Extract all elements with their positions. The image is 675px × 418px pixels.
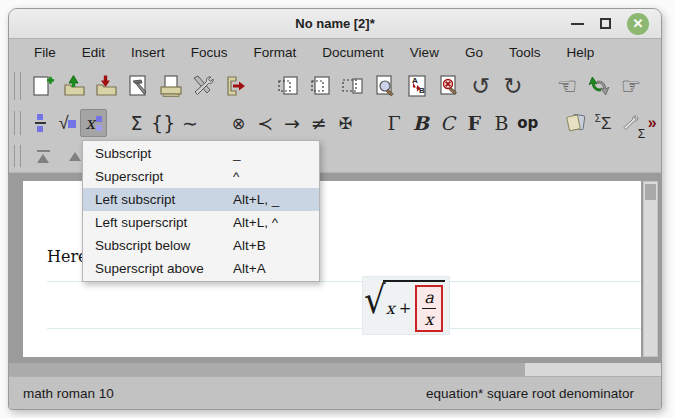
bold-letters-button[interactable]: B xyxy=(407,109,434,137)
symbol-table-button[interactable]: ΣΣ xyxy=(590,109,617,137)
variable-x[interactable]: x xyxy=(386,299,395,318)
title-bar[interactable]: No name [2]* ✕ xyxy=(9,9,661,39)
toolbar-drag-handle[interactable] xyxy=(14,72,21,100)
open-document-icon xyxy=(62,73,88,99)
menu-edit[interactable]: Edit xyxy=(69,42,118,63)
export-icon xyxy=(222,73,248,99)
plus-operator[interactable]: + xyxy=(399,299,412,317)
arrow-button[interactable]: → xyxy=(279,109,306,137)
math-toolbar: √ x Σ {} ∼ ⊗ ≺ → ≠ ✠ Γ B C F B op xyxy=(9,106,661,140)
shortcut-label: Alt+B xyxy=(233,238,307,253)
paste-icon xyxy=(340,73,366,99)
copy-button[interactable] xyxy=(305,70,337,102)
focus-first-button[interactable] xyxy=(27,140,59,172)
menu-document[interactable]: Document xyxy=(309,42,397,63)
misc-symbol-button[interactable]: ✠ xyxy=(332,109,359,137)
focused-fraction[interactable]: a x xyxy=(415,285,443,332)
fraktur-letters-button[interactable]: F xyxy=(461,109,488,137)
paste-button[interactable] xyxy=(337,70,369,102)
shortcut-label: _ xyxy=(233,146,307,161)
close-button[interactable]: ✕ xyxy=(627,13,649,35)
relation-button[interactable]: ≺ xyxy=(252,109,279,137)
shortcut-label: ^ xyxy=(233,169,307,184)
menu-item-superscript-above[interactable]: Superscript above Alt+A xyxy=(83,257,319,280)
scripts-button[interactable]: x xyxy=(80,109,107,137)
menu-item-left-superscript[interactable]: Left superscript Alt+L, ^ xyxy=(83,211,319,234)
spell-check-button[interactable] xyxy=(433,70,465,102)
navigate-back-button[interactable]: ☜ xyxy=(551,70,583,102)
cut-button[interactable] xyxy=(273,70,305,102)
horizontal-scrollbar[interactable] xyxy=(9,363,661,376)
radicand[interactable]: x + a x xyxy=(383,280,445,332)
menu-item-left-subscript[interactable]: Left subscript Alt+L, _ xyxy=(83,188,319,211)
menu-item-subscript[interactable]: Subscript _ xyxy=(83,142,319,165)
toolbar-drag-handle[interactable] xyxy=(14,111,21,135)
menu-focus[interactable]: Focus xyxy=(178,42,241,63)
texmacs-window: No name [2]* ✕ File Edit Insert Focus Fo… xyxy=(8,8,662,410)
triangle-up-icon xyxy=(69,152,81,161)
negation-button[interactable]: ≠ xyxy=(305,109,332,137)
menu-insert[interactable]: Insert xyxy=(118,42,178,63)
square-root-expression[interactable]: √ x + a x xyxy=(364,278,445,332)
print-icon xyxy=(158,73,184,99)
print-button[interactable] xyxy=(155,70,187,102)
replace-button[interactable]: A B xyxy=(401,70,433,102)
export-button[interactable] xyxy=(219,70,251,102)
open-document-button[interactable] xyxy=(59,70,91,102)
equation[interactable]: √ x + a x xyxy=(363,277,449,334)
sigma-index-icon: ΣΣ xyxy=(595,113,612,134)
calligraphic-letters-button[interactable]: C xyxy=(434,109,461,137)
menu-tools[interactable]: Tools xyxy=(496,42,554,63)
refresh-button[interactable] xyxy=(583,70,615,102)
not-equal-icon: ≠ xyxy=(311,112,327,134)
hammer-icon xyxy=(126,73,152,99)
undo-button[interactable]: ↺ xyxy=(465,70,497,102)
save-document-button[interactable] xyxy=(91,70,123,102)
binary-operator-button[interactable]: ⊗ xyxy=(225,109,252,137)
status-right: equation* square root denominator xyxy=(426,386,634,401)
status-bar: math roman 10 equation* square root deno… xyxy=(9,376,661,409)
navigate-forward-button[interactable]: ☞ xyxy=(615,70,647,102)
radical-sign: √ xyxy=(364,278,386,321)
horizontal-scrollbar-thumb[interactable] xyxy=(9,363,525,376)
status-left: math roman 10 xyxy=(23,386,114,401)
minimize-button[interactable] xyxy=(571,23,584,25)
preferences-button[interactable] xyxy=(187,70,219,102)
brackets-button[interactable]: {} xyxy=(150,109,177,137)
equation-block[interactable]: √ x + a x xyxy=(47,281,641,329)
scripts-dropdown-menu: Subscript _ Superscript ^ Left subscript… xyxy=(82,140,320,282)
square-root-button[interactable]: √ xyxy=(54,109,81,137)
vertical-scrollbar[interactable] xyxy=(643,181,658,357)
big-operator-button[interactable]: Σ xyxy=(123,109,150,137)
symbol-palette-button[interactable] xyxy=(563,109,590,137)
math-preferences-button[interactable]: Σ xyxy=(616,109,643,137)
fraction-denominator[interactable]: x xyxy=(425,309,434,329)
menu-view[interactable]: View xyxy=(397,42,452,63)
maximize-button[interactable] xyxy=(600,18,611,29)
search-icon xyxy=(372,73,398,99)
greek-letters-button[interactable]: Γ xyxy=(381,109,408,137)
toolbar-drag-handle[interactable] xyxy=(14,145,21,167)
vertical-scrollbar-thumb[interactable] xyxy=(645,184,656,200)
fraction-numerator[interactable]: a xyxy=(422,288,436,309)
redo-button[interactable]: ↻ xyxy=(497,70,529,102)
toolbar-overflow-button[interactable]: » xyxy=(643,109,661,137)
menu-go[interactable]: Go xyxy=(452,42,496,63)
menu-item-subscript-below[interactable]: Subscript below Alt+B xyxy=(83,234,319,257)
new-document-button[interactable] xyxy=(27,70,59,102)
replace-icon: A B xyxy=(404,73,430,99)
hand-pointing-right-icon: ☞ xyxy=(621,73,642,100)
build-button[interactable] xyxy=(123,70,155,102)
accent-button[interactable]: ∼ xyxy=(177,109,204,137)
copy-icon xyxy=(308,73,334,99)
menu-file[interactable]: File xyxy=(21,42,69,63)
operator-button[interactable]: op xyxy=(514,109,541,137)
menu-bar: File Edit Insert Focus Format Document V… xyxy=(9,39,661,66)
fraction-button[interactable] xyxy=(27,109,54,137)
search-button[interactable] xyxy=(369,70,401,102)
menu-help[interactable]: Help xyxy=(553,42,607,63)
menu-item-superscript[interactable]: Superscript ^ xyxy=(83,165,319,188)
undo-icon: ↺ xyxy=(471,73,490,100)
blackboard-letters-button[interactable]: B xyxy=(488,109,515,137)
menu-format[interactable]: Format xyxy=(241,42,310,63)
